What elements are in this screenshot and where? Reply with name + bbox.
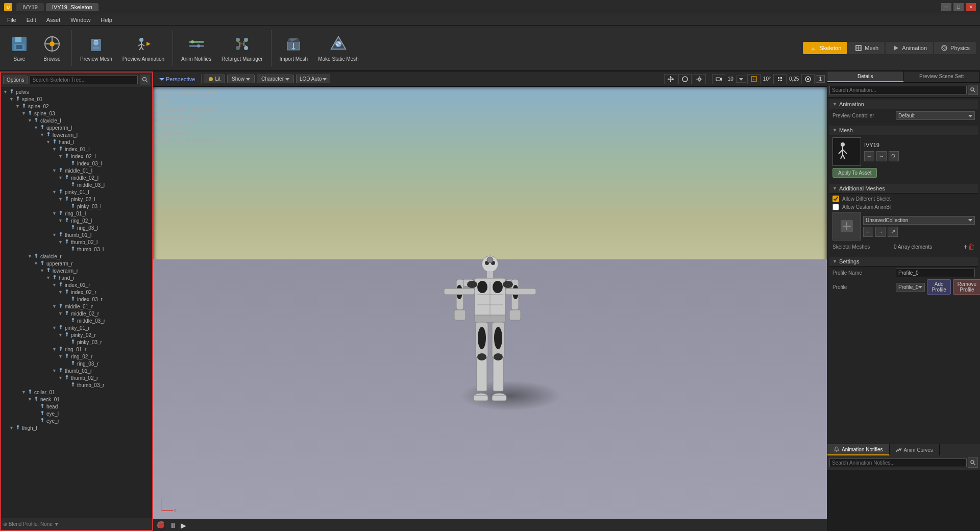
tree-node[interactable]: ▼ middle_02_r xyxy=(1,310,152,317)
tree-node[interactable]: ▼ index_02_l xyxy=(1,153,152,160)
tab-preview-scene[interactable]: Preview Scene Sett xyxy=(904,71,981,82)
retarget-manager-button[interactable]: Retarget Manager xyxy=(217,32,267,64)
save-button[interactable]: Save xyxy=(4,32,35,64)
tab-skeleton[interactable]: Skeleton xyxy=(803,42,847,54)
apply-to-asset-button[interactable]: Apply To Asset xyxy=(832,168,877,178)
allow-custom-animbl-checkbox[interactable] xyxy=(832,204,839,210)
details-search-input[interactable] xyxy=(829,86,967,94)
tree-node[interactable]: pinky_03_l xyxy=(1,203,152,210)
mesh-forward-button[interactable]: → xyxy=(876,151,887,161)
menu-window[interactable]: Window xyxy=(65,16,95,24)
tree-node[interactable]: pinky_03_r xyxy=(1,339,152,346)
menu-file[interactable]: File xyxy=(2,16,21,24)
tree-node[interactable]: ▼ clavicle_l xyxy=(1,117,152,124)
add-mesh-back-button[interactable]: ← xyxy=(863,227,873,237)
tree-node[interactable]: head xyxy=(1,403,152,410)
maximize-button[interactable]: □ xyxy=(953,3,964,11)
pause-button[interactable]: ⏸ xyxy=(169,521,177,529)
anim-notifies-button[interactable]: Anim Notifies xyxy=(177,32,215,64)
allow-diff-skel-checkbox[interactable] xyxy=(832,196,839,202)
anim-curves-tab[interactable]: Anim Curves xyxy=(890,444,940,455)
tree-node[interactable]: ▼ collar_01 xyxy=(1,389,152,396)
tree-node[interactable]: ▼ ring_02_l xyxy=(1,217,152,224)
preview-animation-button[interactable]: Preview Animation xyxy=(118,32,168,64)
tree-node[interactable]: ▼ hand_r xyxy=(1,274,152,281)
delete-skeletal-mesh-button[interactable]: 🗑 xyxy=(968,243,975,251)
tree-node[interactable]: ▼ middle_01_l xyxy=(1,167,152,174)
perspective-button[interactable]: Perspective xyxy=(155,75,199,83)
mesh-section-header[interactable]: ▼ Mesh xyxy=(829,126,978,135)
tree-node[interactable]: ring_03_r xyxy=(1,360,152,367)
tree-node[interactable]: eye_l xyxy=(1,410,152,417)
rotate-button[interactable] xyxy=(678,74,692,84)
tree-node[interactable]: ▼ thigh_l xyxy=(1,424,152,431)
tree-node[interactable]: ▼ lowerarm_l xyxy=(1,131,152,138)
tree-node[interactable]: ▼ neck_01 xyxy=(1,396,152,403)
camera-speed-button[interactable] xyxy=(712,74,725,84)
play-button[interactable]: ▶ xyxy=(181,521,186,529)
add-profile-button[interactable]: Add Profile xyxy=(927,279,950,295)
anim-notifies-search-input[interactable] xyxy=(829,458,967,467)
options-button[interactable]: Options xyxy=(3,76,28,84)
tree-node[interactable]: ▼ pinky_01_r xyxy=(1,324,152,331)
character-button[interactable]: Character xyxy=(257,75,294,83)
unsaved-collection-dropdown[interactable]: UnsavedCollection xyxy=(863,216,975,225)
tab-physics[interactable]: Physics xyxy=(934,42,976,54)
tree-footer[interactable]: ⊕ Blend Profile: None ▼ xyxy=(1,518,152,530)
snap-button[interactable] xyxy=(747,74,761,84)
tree-node[interactable]: ▼ spine_02 xyxy=(1,103,152,110)
menu-asset[interactable]: Asset xyxy=(41,16,66,24)
tree-node[interactable]: ▼ pinky_01_l xyxy=(1,188,152,196)
scale-button[interactable] xyxy=(693,74,706,84)
tab-animation[interactable]: Animation xyxy=(886,42,933,54)
translate-button[interactable] xyxy=(664,74,677,84)
tab-mesh[interactable]: Mesh xyxy=(848,42,885,54)
tree-node[interactable]: ▼ spine_01 xyxy=(1,95,152,103)
menu-edit[interactable]: Edit xyxy=(21,16,41,24)
add-skeletal-mesh-button[interactable]: + xyxy=(964,243,968,251)
tree-node[interactable]: ▼ thumb_02_r xyxy=(1,374,152,381)
tree-node[interactable]: ▼ upperarm_r xyxy=(1,260,152,267)
tree-node[interactable]: ▼ spine_03 xyxy=(1,110,152,117)
remove-profile-button[interactable]: Remove Profile xyxy=(953,279,980,295)
tree-node[interactable]: ▼ ring_01_r xyxy=(1,346,152,353)
tree-node[interactable]: ▼ thumb_01_r xyxy=(1,367,152,374)
tree-node[interactable]: ▼ ring_01_l xyxy=(1,210,152,217)
anim-search-button[interactable] xyxy=(968,457,978,468)
settings-section-header[interactable]: ▼ Settings xyxy=(829,257,978,267)
tree-node[interactable]: index_03_r xyxy=(1,296,152,303)
tree-search-button[interactable] xyxy=(140,75,150,85)
anim-notifies-tab[interactable]: Animation Notifies xyxy=(827,444,890,455)
tab-ivy19[interactable]: IVY19 xyxy=(16,3,44,11)
tree-node[interactable]: thumb_03_r xyxy=(1,381,152,389)
animation-section-header[interactable]: ▼ Animation xyxy=(829,100,978,109)
tree-node[interactable]: middle_03_l xyxy=(1,181,152,188)
tree-node[interactable]: ▼ index_02_r xyxy=(1,288,152,296)
tab-details[interactable]: Details xyxy=(827,71,904,82)
tree-node[interactable]: ring_03_l xyxy=(1,224,152,231)
mesh-browse-button[interactable] xyxy=(889,151,899,161)
mesh-back-button[interactable]: ← xyxy=(864,151,874,161)
tree-node[interactable]: ▼ upperarm_l xyxy=(1,124,152,131)
details-search-button[interactable] xyxy=(968,85,978,95)
browse-button[interactable]: Browse xyxy=(37,32,67,64)
tree-node[interactable]: middle_03_r xyxy=(1,317,152,324)
tree-node[interactable]: ▼ middle_02_l xyxy=(1,174,152,181)
add-mesh-open-button[interactable]: ↗ xyxy=(888,227,898,237)
profile-dropdown[interactable]: Profile_0 xyxy=(896,283,925,292)
tree-content[interactable]: ▼ pelvis▼ spine_01▼ spine_02▼ spine_03▼ … xyxy=(1,87,152,518)
import-mesh-button[interactable]: Import Mesh xyxy=(276,32,312,64)
show-button[interactable]: Show xyxy=(227,75,255,83)
camera-view-button[interactable] xyxy=(801,74,815,84)
tree-node[interactable]: index_03_l xyxy=(1,160,152,167)
profile-name-input[interactable] xyxy=(896,269,975,277)
tree-node[interactable]: ▼ pinky_02_r xyxy=(1,331,152,339)
viewport-content[interactable]: Previewing Reference Pose LOD:0 Current … xyxy=(153,87,827,519)
menu-help[interactable]: Help xyxy=(95,16,117,24)
add-mesh-fwd-button[interactable]: → xyxy=(875,227,886,237)
tree-node[interactable]: eye_r xyxy=(1,417,152,424)
tree-node[interactable]: ▼ thumb_02_l xyxy=(1,238,152,246)
tree-search-input[interactable] xyxy=(30,76,138,84)
tree-node[interactable]: ▼ lowerarm_r xyxy=(1,267,152,274)
lit-button[interactable]: Lit xyxy=(204,75,225,83)
